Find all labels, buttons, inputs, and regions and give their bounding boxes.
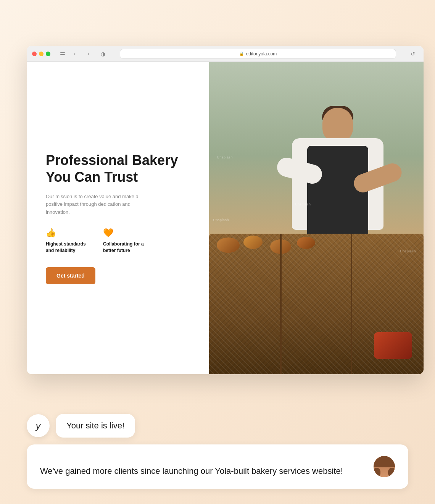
chat-bubble-2: We've gained more clients since launchin… — [27, 444, 408, 489]
feature-standards: 👍 Highest standards and reliability — [46, 228, 92, 254]
baker-figure — [284, 108, 391, 253]
maximize-button[interactable] — [46, 52, 50, 56]
minimize-button[interactable] — [39, 52, 44, 56]
chat-bubble-1: Your site is live! — [56, 414, 135, 438]
avatar-face — [374, 456, 395, 477]
avatar-hair — [374, 456, 395, 467]
get-started-button[interactable]: Get started — [46, 267, 95, 284]
baker-apron — [307, 146, 368, 245]
avatar-hair-side-left — [374, 468, 380, 477]
browser-controls: ‹ › — [59, 50, 94, 58]
user-avatar — [374, 456, 395, 477]
brightness-icon[interactable]: ◑ — [98, 50, 108, 58]
back-button[interactable]: ‹ — [69, 50, 80, 58]
browser-chrome: ‹ › ◑ 🔒 editor.yola.com ↺ — [27, 46, 424, 62]
sidebar-toggle-icon[interactable] — [59, 51, 66, 57]
thumbsup-icon: 👍 — [46, 228, 92, 238]
chat-message-2: We've gained more clients since launchin… — [40, 465, 366, 477]
address-bar[interactable]: 🔒 editor.yola.com — [120, 49, 396, 59]
close-button[interactable] — [32, 52, 37, 56]
lock-icon: 🔒 — [239, 52, 244, 56]
feature-collaborating: 🧡 Collaborating for a better future — [103, 228, 149, 254]
right-panel: Unsplash Unsplash Unsplash Unsplash — [209, 62, 424, 374]
browser-window: ‹ › ◑ 🔒 editor.yola.com ↺ Professional B… — [27, 46, 424, 374]
baker-head — [322, 108, 353, 142]
baker-scene: Unsplash Unsplash Unsplash Unsplash — [209, 62, 424, 374]
watermark-4: Unsplash — [213, 218, 229, 222]
chat-row-1: y Your site is live! — [27, 414, 408, 438]
url-text: editor.yola.com — [246, 51, 277, 57]
hero-description: Our mission is to create value and make … — [46, 193, 153, 216]
bread-basket-area — [209, 234, 424, 374]
basket-divider-2 — [351, 234, 352, 374]
feature-collaborating-label: Collaborating for a better future — [103, 241, 149, 254]
forward-button[interactable]: › — [83, 50, 94, 58]
bakery-image: Unsplash Unsplash Unsplash Unsplash — [209, 62, 424, 374]
yola-letter: y — [36, 420, 41, 432]
sauce-item — [374, 332, 412, 359]
bread-item-4 — [297, 237, 315, 249]
heart-icon: 🧡 — [103, 228, 149, 238]
features-row: 👍 Highest standards and reliability 🧡 Co… — [46, 228, 190, 254]
chat-message-1: Your site is live! — [66, 421, 124, 430]
watermark-3: Unsplash — [400, 249, 416, 253]
watermark-2: Unsplash — [295, 202, 311, 206]
left-panel: Professional Bakery You Can Trust Our mi… — [27, 62, 209, 374]
hero-title: Professional Bakery You Can Trust — [46, 152, 190, 185]
yola-logo-bubble: y — [27, 414, 50, 437]
chat-section: y Your site is live! We've gained more c… — [27, 414, 408, 489]
traffic-lights — [32, 52, 50, 56]
reload-button[interactable]: ↺ — [408, 48, 418, 59]
watermark-1: Unsplash — [217, 155, 233, 159]
avatar-hair-side-right — [388, 468, 395, 477]
bread-item-1 — [217, 237, 240, 253]
basket-divider-1 — [280, 234, 282, 374]
feature-standards-label: Highest standards and reliability — [46, 241, 92, 254]
bread-item-2 — [243, 236, 263, 249]
website-content: Professional Bakery You Can Trust Our mi… — [27, 62, 424, 374]
